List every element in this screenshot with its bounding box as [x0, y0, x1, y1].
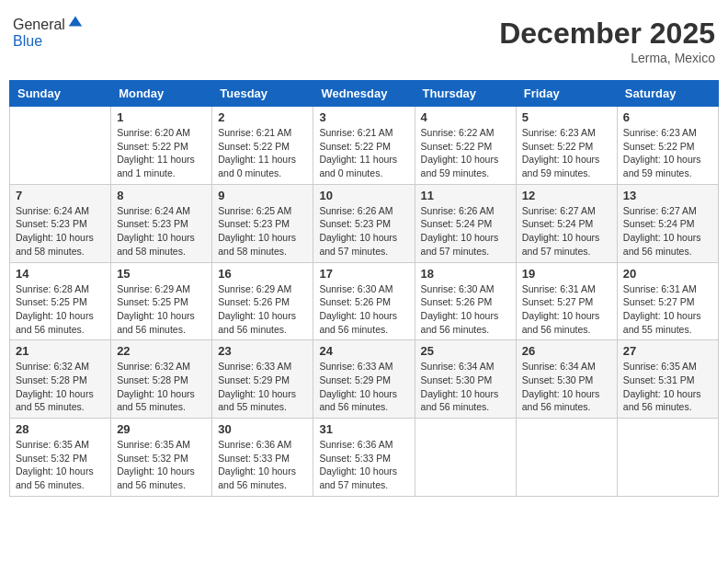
weekday-header-row: SundayMondayTuesdayWednesdayThursdayFrid…	[10, 81, 719, 107]
day-number: 13	[623, 189, 712, 202]
day-info: Sunrise: 6:34 AM Sunset: 5:30 PM Dayligh…	[421, 360, 510, 414]
day-number: 8	[117, 189, 206, 202]
weekday-header-sunday: Sunday	[10, 81, 111, 107]
calendar-cell: 12Sunrise: 6:27 AM Sunset: 5:24 PM Dayli…	[516, 184, 617, 262]
calendar-cell: 28Sunrise: 6:35 AM Sunset: 5:32 PM Dayli…	[10, 419, 111, 497]
day-info: Sunrise: 6:30 AM Sunset: 5:26 PM Dayligh…	[421, 282, 510, 337]
calendar-cell: 18Sunrise: 6:30 AM Sunset: 5:26 PM Dayli…	[415, 262, 516, 340]
calendar-cell: 9Sunrise: 6:25 AM Sunset: 5:23 PM Daylig…	[212, 184, 313, 262]
day-number: 17	[319, 267, 408, 281]
day-info: Sunrise: 6:33 AM Sunset: 5:29 PM Dayligh…	[319, 360, 408, 414]
logo-general-text: General	[13, 17, 65, 33]
logo-arrow-icon	[67, 13, 84, 29]
calendar-cell: 29Sunrise: 6:35 AM Sunset: 5:32 PM Dayli…	[111, 419, 212, 497]
calendar-cell: 26Sunrise: 6:34 AM Sunset: 5:30 PM Dayli…	[516, 340, 617, 419]
day-info: Sunrise: 6:21 AM Sunset: 5:22 PM Dayligh…	[218, 126, 307, 180]
day-info: Sunrise: 6:32 AM Sunset: 5:28 PM Dayligh…	[117, 360, 206, 414]
day-info: Sunrise: 6:29 AM Sunset: 5:25 PM Dayligh…	[117, 282, 206, 337]
day-number: 6	[623, 110, 712, 124]
day-info: Sunrise: 6:24 AM Sunset: 5:23 PM Dayligh…	[16, 204, 105, 259]
day-number: 24	[319, 344, 408, 358]
logo-blue-text: Blue	[13, 33, 84, 50]
day-number: 11	[421, 189, 510, 202]
calendar-week-row: 28Sunrise: 6:35 AM Sunset: 5:32 PM Dayli…	[10, 419, 719, 497]
calendar-cell: 27Sunrise: 6:35 AM Sunset: 5:31 PM Dayli…	[617, 340, 718, 419]
calendar-cell: 1Sunrise: 6:20 AM Sunset: 5:22 PM Daylig…	[111, 107, 212, 185]
day-info: Sunrise: 6:26 AM Sunset: 5:24 PM Dayligh…	[421, 204, 510, 259]
calendar-cell: 31Sunrise: 6:36 AM Sunset: 5:33 PM Dayli…	[313, 419, 415, 497]
day-number: 15	[117, 267, 206, 281]
day-info: Sunrise: 6:31 AM Sunset: 5:27 PM Dayligh…	[623, 282, 712, 337]
day-number: 5	[522, 110, 611, 124]
calendar-cell	[617, 419, 718, 497]
day-info: Sunrise: 6:26 AM Sunset: 5:23 PM Dayligh…	[319, 204, 408, 259]
calendar-cell: 8Sunrise: 6:24 AM Sunset: 5:23 PM Daylig…	[111, 184, 212, 262]
day-info: Sunrise: 6:31 AM Sunset: 5:27 PM Dayligh…	[522, 282, 611, 337]
day-number: 9	[218, 189, 307, 202]
calendar-cell: 5Sunrise: 6:23 AM Sunset: 5:22 PM Daylig…	[516, 107, 617, 185]
day-number: 20	[623, 267, 712, 281]
day-info: Sunrise: 6:35 AM Sunset: 5:32 PM Dayligh…	[16, 438, 105, 492]
day-info: Sunrise: 6:35 AM Sunset: 5:32 PM Dayligh…	[117, 438, 206, 492]
calendar-cell	[516, 419, 617, 497]
day-info: Sunrise: 6:27 AM Sunset: 5:24 PM Dayligh…	[522, 204, 611, 259]
calendar-week-row: 1Sunrise: 6:20 AM Sunset: 5:22 PM Daylig…	[10, 107, 719, 185]
day-number: 18	[421, 267, 510, 281]
calendar-cell: 16Sunrise: 6:29 AM Sunset: 5:26 PM Dayli…	[212, 262, 313, 340]
weekday-header-tuesday: Tuesday	[212, 81, 313, 107]
logo: General Blue	[13, 17, 84, 50]
calendar-cell: 4Sunrise: 6:22 AM Sunset: 5:22 PM Daylig…	[415, 107, 516, 185]
day-number: 4	[421, 110, 510, 124]
calendar-cell	[10, 107, 111, 185]
day-info: Sunrise: 6:23 AM Sunset: 5:22 PM Dayligh…	[522, 126, 611, 180]
weekday-header-saturday: Saturday	[617, 81, 718, 107]
day-info: Sunrise: 6:23 AM Sunset: 5:22 PM Dayligh…	[623, 126, 712, 180]
day-info: Sunrise: 6:35 AM Sunset: 5:31 PM Dayligh…	[623, 360, 712, 414]
day-number: 10	[319, 189, 408, 202]
day-info: Sunrise: 6:20 AM Sunset: 5:22 PM Dayligh…	[117, 126, 206, 180]
calendar-cell: 15Sunrise: 6:29 AM Sunset: 5:25 PM Dayli…	[111, 262, 212, 340]
day-number: 30	[218, 422, 307, 436]
calendar-cell: 19Sunrise: 6:31 AM Sunset: 5:27 PM Dayli…	[516, 262, 617, 340]
day-number: 25	[421, 344, 510, 358]
day-info: Sunrise: 6:32 AM Sunset: 5:28 PM Dayligh…	[16, 360, 105, 414]
calendar-week-row: 7Sunrise: 6:24 AM Sunset: 5:23 PM Daylig…	[10, 184, 719, 262]
day-number: 27	[623, 344, 712, 358]
calendar-cell: 7Sunrise: 6:24 AM Sunset: 5:23 PM Daylig…	[10, 184, 111, 262]
day-number: 28	[16, 422, 105, 436]
day-info: Sunrise: 6:28 AM Sunset: 5:25 PM Dayligh…	[16, 282, 105, 337]
day-number: 14	[16, 267, 105, 281]
weekday-header-thursday: Thursday	[415, 81, 516, 107]
day-info: Sunrise: 6:36 AM Sunset: 5:33 PM Dayligh…	[218, 438, 307, 492]
day-info: Sunrise: 6:24 AM Sunset: 5:23 PM Dayligh…	[117, 204, 206, 259]
calendar-cell: 30Sunrise: 6:36 AM Sunset: 5:33 PM Dayli…	[212, 419, 313, 497]
page: General Blue December 2025 Lerma, Mexico…	[9, 9, 719, 497]
calendar-cell: 20Sunrise: 6:31 AM Sunset: 5:27 PM Dayli…	[617, 262, 718, 340]
day-number: 21	[16, 344, 105, 358]
day-info: Sunrise: 6:27 AM Sunset: 5:24 PM Dayligh…	[623, 204, 712, 259]
day-number: 3	[319, 110, 408, 124]
weekday-header-wednesday: Wednesday	[313, 81, 415, 107]
day-number: 26	[522, 344, 611, 358]
calendar-cell: 10Sunrise: 6:26 AM Sunset: 5:23 PM Dayli…	[313, 184, 415, 262]
day-number: 19	[522, 267, 611, 281]
calendar-cell: 24Sunrise: 6:33 AM Sunset: 5:29 PM Dayli…	[313, 340, 415, 419]
weekday-header-friday: Friday	[516, 81, 617, 107]
day-number: 7	[16, 189, 105, 202]
svg-marker-0	[69, 17, 82, 27]
calendar-cell: 3Sunrise: 6:21 AM Sunset: 5:22 PM Daylig…	[313, 107, 415, 185]
calendar-week-row: 21Sunrise: 6:32 AM Sunset: 5:28 PM Dayli…	[10, 340, 719, 419]
calendar-cell: 6Sunrise: 6:23 AM Sunset: 5:22 PM Daylig…	[617, 107, 718, 185]
month-title: December 2025	[499, 17, 715, 51]
location: Lerma, Mexico	[499, 51, 715, 65]
calendar-cell: 11Sunrise: 6:26 AM Sunset: 5:24 PM Dayli…	[415, 184, 516, 262]
day-number: 31	[319, 422, 408, 436]
calendar-cell: 25Sunrise: 6:34 AM Sunset: 5:30 PM Dayli…	[415, 340, 516, 419]
calendar-cell: 2Sunrise: 6:21 AM Sunset: 5:22 PM Daylig…	[212, 107, 313, 185]
calendar-cell: 23Sunrise: 6:33 AM Sunset: 5:29 PM Dayli…	[212, 340, 313, 419]
calendar-cell: 22Sunrise: 6:32 AM Sunset: 5:28 PM Dayli…	[111, 340, 212, 419]
day-info: Sunrise: 6:36 AM Sunset: 5:33 PM Dayligh…	[319, 438, 408, 492]
calendar-cell: 17Sunrise: 6:30 AM Sunset: 5:26 PM Dayli…	[313, 262, 415, 340]
day-info: Sunrise: 6:25 AM Sunset: 5:23 PM Dayligh…	[218, 204, 307, 259]
day-number: 2	[218, 110, 307, 124]
